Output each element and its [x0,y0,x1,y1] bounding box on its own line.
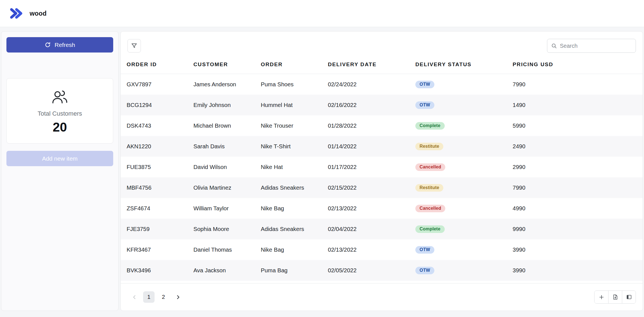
app-header: wood [0,0,644,27]
cell-order-id: FJE3759 [121,226,188,232]
column-header-order: ORDER [255,61,322,68]
table-action-group [594,290,636,304]
table-header-row: ORDER ID CUSTOMER ORDER DELIVERY DATE DE… [121,55,643,74]
search-input[interactable] [560,43,634,49]
cell-delivery-status: Restitute [409,184,507,192]
column-header-pricing-usd: PRICING USD [507,61,643,68]
cell-delivery-status: Cancelled [409,204,507,212]
cell-order-id: BVK3496 [121,267,188,274]
cell-order: Adidas Sneakers [255,184,322,191]
refresh-icon [44,42,51,48]
status-badge: Complete [415,122,445,130]
cell-order-id: KFR3467 [121,246,188,253]
cell-delivery-date: 01/14/2022 [322,143,409,150]
add-row-button[interactable] [595,291,608,303]
cell-pricing: 5990 [507,122,643,129]
pagination-page-1[interactable]: 1 [143,291,155,303]
cell-delivery-date: 02/16/2022 [322,102,409,108]
table-row[interactable]: FUE3875 David Wilson Nike Hat 01/17/2022… [121,157,643,177]
app-title: wood [30,10,47,17]
table-row[interactable]: FJE3759 Sophia Moore Adidas Sneakers 02/… [121,219,643,239]
status-badge: OTW [415,81,434,88]
column-header-delivery-status: DELIVERY STATUS [409,61,507,68]
plus-icon [599,294,604,300]
cell-order-id: BCG1294 [121,102,188,108]
table-row[interactable]: MBF4756 Olivia Martinez Adidas Sneakers … [121,177,643,198]
cell-customer: Sarah Davis [188,143,255,150]
pagination: 1 2 [129,291,184,303]
cell-delivery-status: OTW [409,80,507,88]
cell-delivery-date: 01/28/2022 [322,122,409,129]
cell-order: Nike Trouser [255,122,322,129]
side-panel-toggle-button[interactable] [622,291,636,303]
export-button[interactable] [608,291,622,303]
cell-delivery-date: 02/13/2022 [322,205,409,212]
cell-order: Puma Shoes [255,81,322,88]
table-row[interactable]: KFR3467 Daniel Thomas Nike Bag 02/13/202… [121,239,643,260]
pagination-next-button[interactable] [172,291,184,303]
cell-order-id: DSK4743 [121,122,188,129]
cell-delivery-date: 02/24/2022 [322,81,409,88]
status-badge: Restitute [415,184,443,192]
pagination-prev-button[interactable] [129,291,140,303]
refresh-button-label: Refresh [55,42,75,48]
cell-customer: Michael Brown [188,122,255,129]
status-badge: OTW [415,267,434,274]
pagination-page-2[interactable]: 2 [158,291,169,303]
cell-customer: Sophia Moore [188,226,255,232]
cell-delivery-status: OTW [409,266,507,274]
status-badge: Cancelled [415,163,445,171]
cell-delivery-status: OTW [409,101,507,109]
cell-order-id: GXV7897 [121,81,188,88]
cell-customer: Ava Jackson [188,267,255,274]
cell-order: Nike Bag [255,205,322,212]
column-header-delivery-date: DELIVERY DATE [322,61,409,68]
table-row[interactable]: BCG1294 Emily Johnson Hummel Hat 02/16/2… [121,95,643,115]
cell-order-id: FUE3875 [121,164,188,170]
main-panel: ORDER ID CUSTOMER ORDER DELIVERY DATE DE… [120,31,643,311]
chevron-left-icon [132,295,137,300]
cell-pricing: 2990 [507,164,643,170]
table-row[interactable]: DSK4743 Michael Brown Nike Trouser 01/28… [121,115,643,136]
cell-order: Puma Bag [255,267,322,274]
cell-pricing: 3990 [507,246,643,253]
cell-delivery-date: 02/04/2022 [322,226,409,232]
cell-delivery-status: Complete [409,225,507,233]
cell-order-id: ZSF4674 [121,205,188,212]
cell-pricing: 7990 [507,81,643,88]
cell-pricing: 4990 [507,205,643,212]
filter-button[interactable] [127,39,141,53]
table-row[interactable]: AKN1220 Sarah Davis Nike T-Shirt 01/14/2… [121,136,643,157]
refresh-button[interactable]: Refresh [6,37,113,53]
cell-customer: Olivia Martinez [188,184,255,191]
table-row[interactable]: GXV7897 James Anderson Puma Shoes 02/24/… [121,74,643,95]
status-badge: Cancelled [415,205,445,212]
document-download-icon [612,294,618,300]
table-row[interactable]: ZSF4674 William Taylor Nike Bag 02/13/20… [121,198,643,219]
cell-customer: James Anderson [188,81,255,88]
status-badge: OTW [415,246,434,254]
status-badge: OTW [415,101,434,109]
status-badge: Restitute [415,143,443,150]
cell-order: Nike T-Shirt [255,143,322,150]
chevron-right-icon [176,295,181,300]
cell-order: Adidas Sneakers [255,226,322,232]
total-customers-card: Total Customers 20 [6,78,113,144]
cell-delivery-date: 02/15/2022 [322,184,409,191]
search-box[interactable] [547,39,636,53]
add-new-item-button[interactable]: Add new item [6,151,113,166]
cell-order: Nike Hat [255,164,322,170]
cell-delivery-status: Cancelled [409,163,507,171]
cell-delivery-status: Complete [409,122,507,130]
cell-delivery-status: OTW [409,246,507,254]
table-footer: 1 2 [121,283,643,311]
cell-pricing: 3990 [507,267,643,274]
content: Refresh Total Customers 20 Add new item [0,27,644,311]
table-row[interactable]: BVK3496 Ava Jackson Puma Bag 02/05/2022 … [121,260,643,281]
side-panel-icon [626,294,632,300]
cell-customer: Emily Johnson [188,102,255,108]
cell-pricing: 7990 [507,184,643,191]
status-badge: Complete [415,225,445,233]
search-icon [551,43,557,49]
column-header-customer: CUSTOMER [188,61,255,68]
